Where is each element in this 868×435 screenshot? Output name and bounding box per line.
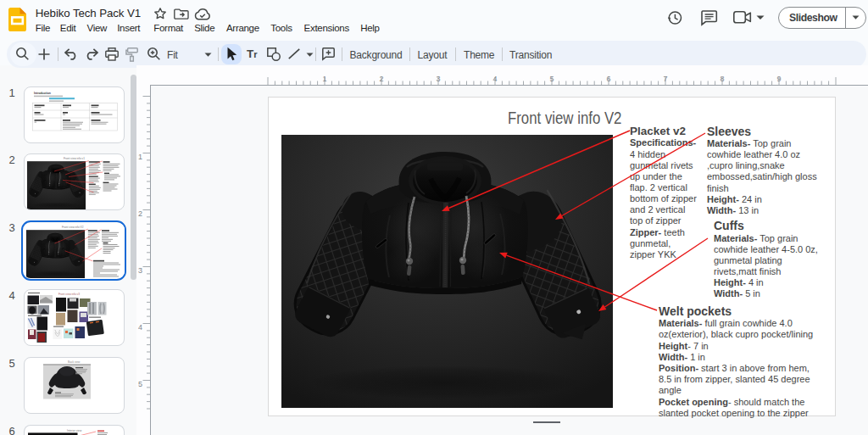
svg-text:Front view info V2: Front view info V2 [62, 226, 84, 229]
svg-text:Back view: Back view [68, 360, 81, 364]
svg-text:Front view info v1: Front view info v1 [64, 158, 85, 161]
svg-text:Interior view: Interior view [67, 429, 82, 432]
svg-text:Introduction: Introduction [34, 92, 51, 95]
svg-text:Front view info v3: Front view info v3 [58, 293, 80, 296]
